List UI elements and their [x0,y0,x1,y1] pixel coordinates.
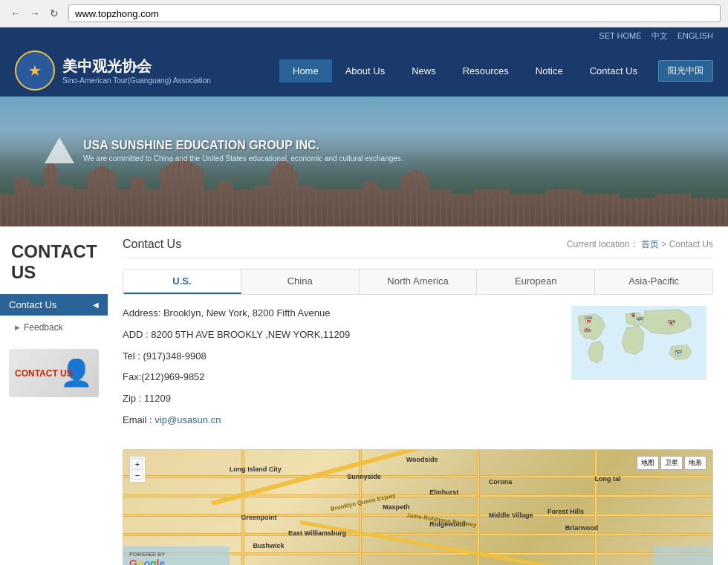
map-type-map[interactable]: 地图 [637,456,659,470]
map-label-foresthills: Forest Hills [547,508,584,515]
map-type-satellite[interactable]: 卫星 [660,456,683,470]
powered-by-label: POWERED BY [129,552,165,557]
sidebar-contact-image: CONTACT US 👤 [9,349,99,397]
sidebar-title: CONTACT US [0,238,108,294]
nav-about[interactable]: About Us [332,59,398,82]
map-label-longisland: Long Island City [230,466,282,473]
hero-text-box: USA SUNSHINE EDUCATION GROUP INC. We are… [45,137,403,163]
map-label-maspeth: Maspeth [383,503,410,511]
email-link[interactable]: vip@usasun.cn [155,414,221,425]
tab-asia-pacific[interactable]: Asia-Pacific [595,270,712,294]
google-map[interactable]: Woodside Long Island City Sunnyside Elmh… [123,449,713,565]
main-nav: Home About Us News Resources Notice Cont… [279,59,713,82]
nav-home[interactable]: Home [279,59,332,82]
hero-subtitle: We are committed to China and the United… [83,154,403,163]
svg-point-12 [587,319,590,322]
contact-info-area: Address: Brooklyn, New York, 8200 Fifth … [123,306,713,434]
map-label-greenpoint: Greenpoint [241,514,277,521]
site-header: ★ 美中观光协会 Sino-American Tour(Guanguang) A… [0,45,728,97]
visit-button[interactable]: 阳光中国 [658,60,713,82]
panel-title: Contact Us [123,238,181,251]
map-label-eastwilliamsburg: East Williamsburg [288,529,346,537]
nav-news[interactable]: News [398,59,449,82]
svg-point-17 [677,352,680,355]
region-tabs: U.S. China North America European Asia-P… [123,269,713,295]
map-zoom-in[interactable]: + [131,458,143,468]
chinese-link[interactable]: 中文 [651,31,668,40]
hero-main-title: USA SUNSHINE EDUCATION GROUP INC. [83,139,403,152]
sidebar-contact-label: CONTACT US [15,368,73,379]
map-label-longisle: Long tal [594,475,620,483]
breadcrumb-prefix: Current location： [567,239,639,249]
logo-text: 美中观光协会 Sino-American Tour(Guanguang) Ass… [62,56,211,85]
contact-details: Address: Brooklyn, New York, 8200 Fifth … [123,306,550,434]
email-prefix: Email : [123,414,155,425]
refresh-button[interactable]: ↻ [46,5,62,22]
utility-bar: SET HOME 中文 ENGLISH [0,27,728,45]
map-type-terrain[interactable]: 地形 [684,456,706,470]
hero-title: USA SUNSHINE EDUCATION GROUP INC. We are… [83,139,403,163]
breadcrumb-home-link[interactable]: 首页 [641,239,659,249]
map-type-buttons: 地图 卫星 地形 [637,456,706,470]
tab-china[interactable]: China [241,270,360,294]
logo-en-name: Sino-American Tour(Guanguang) Associatio… [62,76,211,85]
logo-area: ★ 美中观光协会 Sino-American Tour(Guanguang) A… [15,50,211,91]
world-map-svg: 🇨🇦 CAN USA UK CHE CHN AUS [565,306,713,380]
main-panel: Contact Us Current location： 首页 > Contac… [108,226,728,565]
tab-north-america[interactable]: North America [360,270,478,294]
content-area: CONTACT US Contact Us Feedback CONTACT U… [0,226,728,565]
svg-point-15 [637,318,640,321]
svg-point-14 [632,315,635,318]
map-label-corona: Corona [489,478,513,486]
nav-notice[interactable]: Notice [522,59,576,82]
forward-button[interactable]: → [27,5,43,22]
fax: Fax:(212)969-9852 [123,370,550,385]
address-line1: Address: Brooklyn, New York, 8200 Fifth … [123,306,550,321]
google-logo: POWERED BY Google [129,552,165,565]
hero-star-icon [45,137,74,163]
english-link[interactable]: ENGLISH [677,31,713,40]
world-map-area: 🇨🇦 CAN USA UK CHE CHN AUS [565,306,713,434]
svg-point-16 [670,322,673,325]
map-label-elmhurst: Elmhurst [429,489,458,496]
nav-buttons: ← → ↻ [7,5,62,22]
breadcrumb: Current location： 首页 > Contact Us [567,238,713,251]
address-line2: ADD : 8200 5TH AVE BROOKLY ,NEW YORK,112… [123,327,550,343]
logo-cn-name: 美中观光协会 [62,56,211,76]
sidebar-item-feedback[interactable]: Feedback [0,317,108,338]
map-label-middlevillage: Middle Village [489,512,533,519]
breadcrumb-current: Contact Us [669,239,713,249]
back-button[interactable]: ← [7,5,24,22]
tel: Tel : (917)348-9908 [123,349,550,365]
sidebar-item-contact-us[interactable]: Contact Us [0,294,108,316]
sidebar: CONTACT US Contact Us Feedback CONTACT U… [0,226,108,565]
panel-header: Contact Us Current location： 首页 > Contac… [123,238,713,258]
logo-icon: ★ [28,62,42,79]
address-bar[interactable] [68,4,721,22]
map-label-bushwick: Bushwick [253,542,284,549]
logo-shield: ★ [15,50,55,91]
map-label-briarwood: Briarwood [565,524,599,532]
hero-banner: USA SUNSHINE EDUCATION GROUP INC. We are… [0,97,728,226]
breadcrumb-separator: > [661,239,669,249]
svg-point-13 [585,328,588,331]
browser-chrome: ← → ↻ [0,0,728,27]
tab-european[interactable]: European [477,270,595,294]
zip: Zip : 11209 [123,391,550,407]
map-zoom-out[interactable]: − [131,469,143,480]
map-label-sunnyside: Sunnyside [347,473,381,480]
set-home-link[interactable]: SET HOME [599,31,641,40]
nav-contact[interactable]: Contact Us [576,59,651,82]
nav-resources[interactable]: Resources [449,59,522,82]
email-line: Email : vip@usasun.cn [123,413,550,428]
map-controls: + − [129,456,146,483]
tab-us[interactable]: U.S. [123,270,241,294]
map-label-woodside: Woodside [406,456,438,463]
